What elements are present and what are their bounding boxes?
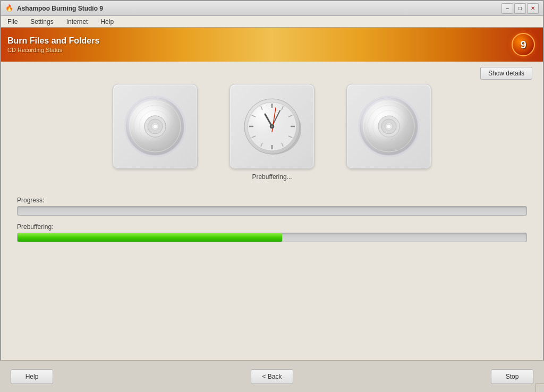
maximize-button[interactable]: □ bbox=[514, 3, 526, 14]
help-button[interactable]: Help bbox=[11, 369, 53, 384]
svg-point-42 bbox=[387, 124, 391, 129]
menu-bar: File Settings Internet Help bbox=[1, 16, 543, 28]
icons-row: Prebuffering... bbox=[12, 84, 532, 181]
disc-right-container bbox=[346, 84, 431, 173]
logo-number: 9 bbox=[520, 39, 526, 51]
status-bar-grip bbox=[536, 384, 544, 392]
svg-point-10 bbox=[153, 124, 157, 129]
footer-left: Help bbox=[11, 369, 185, 384]
page-subtitle: CD Recording Status bbox=[7, 47, 510, 53]
clock-icon bbox=[237, 92, 307, 161]
disc-left-container bbox=[113, 84, 198, 173]
menu-internet[interactable]: Internet bbox=[62, 17, 92, 27]
header-text-area: Burn Files and Folders CD Recording Stat… bbox=[7, 36, 510, 53]
header-logo: 9 bbox=[510, 31, 537, 58]
app-icon: 🔥 bbox=[5, 4, 14, 13]
minimize-button[interactable]: – bbox=[502, 3, 513, 14]
progress-section: Progress: Prebuffering: bbox=[12, 197, 532, 242]
clock-container: Prebuffering... bbox=[230, 84, 314, 181]
disc-left-box bbox=[113, 84, 198, 169]
header-banner: Burn Files and Folders CD Recording Stat… bbox=[1, 28, 543, 62]
menu-settings[interactable]: Settings bbox=[26, 17, 57, 27]
show-details-button[interactable]: Show details bbox=[480, 67, 532, 80]
menu-help[interactable]: Help bbox=[96, 17, 118, 27]
window-controls: – □ ✕ bbox=[502, 3, 539, 14]
back-button[interactable]: < Back bbox=[251, 369, 293, 384]
footer: Help < Back Stop bbox=[0, 360, 544, 392]
prebuffering-bar bbox=[17, 233, 527, 242]
title-bar: 🔥 Ashampoo Burning Studio 9 – □ ✕ bbox=[1, 1, 543, 16]
svg-point-32 bbox=[271, 125, 273, 127]
close-button[interactable]: ✕ bbox=[527, 3, 539, 14]
window-title: Ashampoo Burning Studio 9 bbox=[17, 5, 502, 12]
prebuffering-label: Prebuffering: bbox=[17, 223, 527, 231]
clock-label: Prebuffering... bbox=[252, 173, 292, 181]
clock-box bbox=[230, 84, 314, 169]
logo-circle: 9 bbox=[512, 33, 535, 56]
footer-center: < Back bbox=[185, 369, 359, 384]
content-area: Show details bbox=[1, 62, 543, 361]
progress-bar bbox=[17, 206, 527, 216]
menu-file[interactable]: File bbox=[3, 17, 22, 27]
footer-right: Stop bbox=[359, 369, 533, 384]
disc-left-icon bbox=[121, 92, 190, 161]
page-title: Burn Files and Folders bbox=[7, 36, 510, 46]
disc-right-icon bbox=[354, 92, 423, 161]
prebuffering-fill bbox=[18, 233, 282, 242]
stop-button[interactable]: Stop bbox=[491, 369, 533, 384]
disc-right-box bbox=[346, 84, 431, 169]
progress-label: Progress: bbox=[17, 197, 527, 204]
